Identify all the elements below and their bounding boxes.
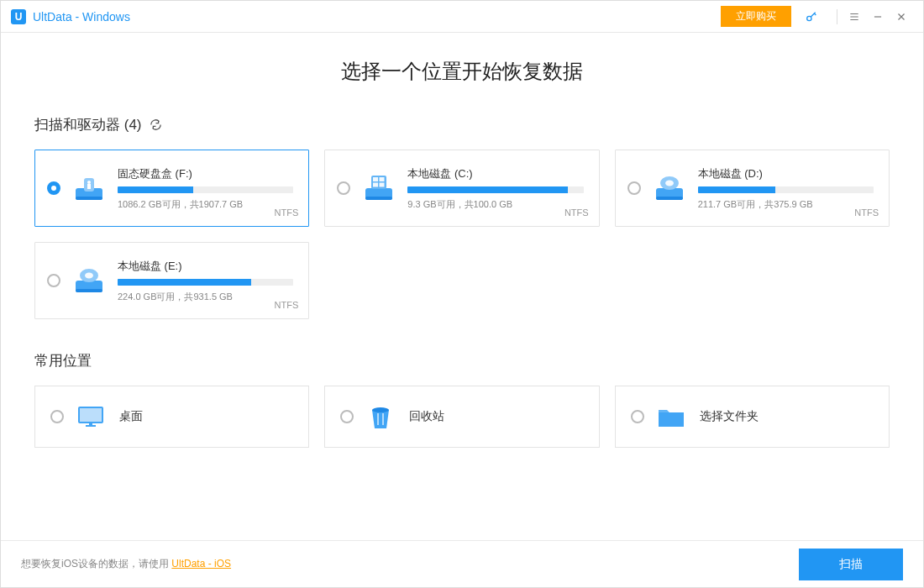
footer: 想要恢复iOS设备的数据，请使用 UltData - iOS 扫描 — [1, 540, 923, 587]
svg-point-0 — [807, 16, 811, 20]
svg-rect-24 — [89, 423, 92, 426]
main-content: 选择一个位置开始恢复数据 扫描和驱动器 (4) 固态硬盘盒 (F:)1086.2… — [1, 33, 923, 540]
drive-card[interactable]: 固态硬盘盒 (F:)1086.2 GB可用，共1907.7 GBNTFS — [34, 150, 309, 227]
location-card[interactable]: 回收站 — [324, 386, 599, 448]
svg-point-4 — [87, 181, 91, 184]
svg-rect-22 — [80, 408, 102, 422]
drive-name: 本地磁盘 (C:) — [407, 166, 583, 181]
drive-info: 9.3 GB可用，共100.0 GB — [407, 198, 583, 211]
location-card[interactable]: 选择文件夹 — [615, 386, 890, 448]
drive-info: 1086.2 GB可用，共1907.7 GB — [118, 198, 293, 211]
drive-info: 211.7 GB可用，共375.9 GB — [698, 198, 874, 211]
recycle-icon — [364, 400, 397, 433]
desktop-icon — [74, 400, 108, 433]
drives-count: (4) — [124, 117, 142, 134]
drives-section-header: 扫描和驱动器 (4) — [34, 115, 890, 134]
location-grid: 桌面回收站选择文件夹 — [34, 386, 890, 448]
app-logo-icon: U — [11, 9, 26, 24]
svg-point-25 — [372, 407, 389, 412]
locations-section-label: 常用位置 — [34, 351, 92, 370]
radio-icon — [47, 181, 60, 195]
titlebar: U UltData - Windows 立即购买 — [1, 1, 923, 33]
hamburger-icon — [848, 11, 860, 23]
register-key-button[interactable] — [800, 7, 823, 27]
filesystem-tag: NTFS — [854, 207, 879, 218]
app-window: U UltData - Windows 立即购买 选择一个位置开始恢复数据 扫描… — [0, 0, 924, 588]
svg-rect-28 — [659, 412, 684, 427]
drive-icon — [360, 173, 397, 203]
drive-card[interactable]: 本地磁盘 (C:)9.3 GB可用，共100.0 GBNTFS — [324, 150, 599, 227]
location-card[interactable]: 桌面 — [34, 386, 309, 448]
svg-rect-26 — [377, 413, 379, 425]
svg-point-20 — [85, 273, 93, 279]
svg-rect-27 — [382, 413, 384, 425]
radio-icon — [47, 274, 60, 287]
folder-icon — [654, 400, 688, 433]
svg-rect-10 — [380, 177, 385, 181]
footer-hint-text: 想要恢复iOS设备的数据，请使用 — [21, 558, 169, 570]
svg-rect-7 — [365, 197, 392, 200]
svg-rect-5 — [87, 184, 91, 189]
radio-icon — [50, 410, 64, 423]
svg-rect-2 — [76, 197, 102, 200]
usage-bar — [118, 279, 293, 286]
drive-icon — [71, 173, 108, 203]
svg-rect-9 — [373, 177, 378, 181]
scan-button[interactable]: 扫描 — [799, 549, 903, 580]
drive-grid: 固态硬盘盒 (F:)1086.2 GB可用，共1907.7 GBNTFS本地磁盘… — [34, 150, 890, 319]
close-button[interactable] — [890, 7, 913, 27]
filesystem-tag: NTFS — [275, 207, 299, 218]
svg-point-16 — [665, 181, 674, 186]
drive-name: 本地磁盘 (E:) — [118, 259, 293, 274]
svg-rect-14 — [656, 197, 683, 200]
refresh-icon — [150, 118, 162, 131]
radio-icon — [627, 181, 641, 195]
drive-icon — [71, 265, 108, 296]
refresh-drives-button[interactable] — [149, 118, 164, 133]
drive-name: 固态硬盘盒 (F:) — [118, 166, 293, 181]
svg-rect-18 — [76, 289, 102, 292]
drive-name: 本地磁盘 (D:) — [698, 166, 874, 181]
locations-section-header: 常用位置 — [34, 351, 890, 370]
radio-icon — [337, 181, 350, 195]
filesystem-tag: NTFS — [564, 207, 589, 218]
filesystem-tag: NTFS — [275, 300, 299, 310]
location-label: 回收站 — [409, 409, 444, 424]
location-label: 桌面 — [119, 409, 143, 424]
drive-info: 224.0 GB可用，共931.5 GB — [118, 291, 293, 303]
minimize-icon — [872, 11, 884, 23]
close-icon — [895, 11, 907, 23]
menu-button[interactable] — [843, 7, 866, 27]
drive-card[interactable]: 本地磁盘 (E:)224.0 GB可用，共931.5 GBNTFS — [34, 242, 309, 319]
app-title: UltData - Windows — [33, 10, 130, 24]
svg-rect-12 — [380, 183, 385, 187]
usage-bar — [118, 186, 293, 193]
svg-rect-11 — [373, 183, 378, 187]
usage-bar — [407, 186, 583, 193]
page-title: 选择一个位置开始恢复数据 — [34, 58, 890, 85]
ultdata-ios-link[interactable]: UltData - iOS — [171, 558, 231, 570]
radio-icon — [631, 410, 644, 423]
footer-hint: 想要恢复iOS设备的数据，请使用 UltData - iOS — [21, 557, 231, 571]
drive-icon — [651, 173, 688, 203]
location-label: 选择文件夹 — [700, 409, 759, 424]
radio-icon — [340, 410, 354, 423]
minimize-button[interactable] — [866, 7, 890, 27]
usage-bar — [698, 186, 874, 193]
drives-section-label: 扫描和驱动器 — [34, 115, 120, 134]
buy-button[interactable]: 立即购买 — [721, 6, 791, 27]
key-icon — [805, 10, 818, 24]
drive-card[interactable]: 本地磁盘 (D:)211.7 GB可用，共375.9 GBNTFS — [615, 150, 890, 227]
